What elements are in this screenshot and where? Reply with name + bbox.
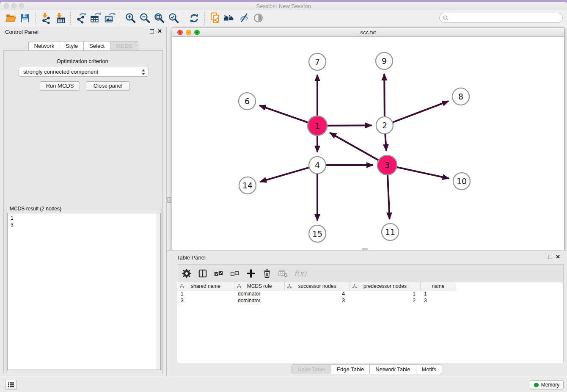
deselect-all-icon[interactable] (230, 268, 240, 279)
graph-edge-3-10[interactable] (397, 167, 449, 178)
table-row[interactable]: 1dominator411 (177, 290, 456, 297)
zoom-selected-icon[interactable] (166, 11, 181, 25)
export-network-icon[interactable] (74, 11, 88, 25)
select-all-icon[interactable] (214, 268, 224, 279)
run-mcds-button[interactable]: Run MCDS (40, 81, 80, 91)
zoom-out-icon[interactable] (138, 11, 152, 25)
add-row-icon[interactable] (246, 268, 256, 279)
network-graph[interactable]: 7968124314101511 (172, 37, 564, 250)
search-icon (443, 15, 449, 21)
table-cell[interactable]: 2 (350, 297, 421, 304)
column-header-name[interactable]: name (421, 282, 456, 290)
float-table-panel-icon[interactable] (548, 255, 552, 259)
tab-mcds[interactable]: MCDS (110, 41, 138, 51)
node-table[interactable]: shared nameMCDS rolesuccessor nodesprede… (177, 282, 564, 363)
table-cell[interactable]: 4 (285, 290, 350, 297)
table-cell[interactable]: dominator (234, 297, 285, 304)
graph-node-11[interactable]: 11 (382, 224, 399, 240)
table-cell[interactable]: 3 (177, 297, 234, 304)
control-panel: Control Panel ✕ NetworkStyleSelectMCDS O… (0, 26, 167, 377)
graph-node-10[interactable]: 10 (453, 173, 470, 190)
mcds-result-textarea[interactable]: 13 (7, 213, 161, 370)
float-panel-icon[interactable] (150, 29, 154, 33)
column-header-shared-name[interactable]: shared name (177, 282, 234, 290)
list-icon (8, 382, 14, 388)
task-history-button[interactable] (5, 380, 17, 390)
hierarchy-icon (237, 284, 242, 289)
graph-edge-2-9[interactable] (384, 74, 385, 116)
search-input[interactable] (451, 15, 562, 21)
network-window-titlebar[interactable]: ✕ − + scc.txt (172, 28, 564, 37)
graph-node-6[interactable]: 6 (239, 93, 256, 110)
export-image-icon[interactable] (102, 11, 117, 25)
graph-edge-3-1[interactable] (330, 133, 378, 160)
delete-table-icon (278, 268, 288, 279)
zoom-fit-icon[interactable] (152, 11, 166, 25)
tab-node-table[interactable]: Node Table (292, 364, 331, 374)
splitter-handle[interactable] (167, 197, 171, 203)
graph-node-14[interactable]: 14 (239, 177, 256, 194)
graph-node-3[interactable]: 3 (377, 155, 397, 175)
hide-selected-icon[interactable] (237, 11, 251, 25)
toolbar-separator (35, 12, 36, 25)
memory-button[interactable]: Memory (530, 380, 564, 389)
network-canvas[interactable]: 7968124314101511 (172, 37, 564, 250)
delete-row-icon[interactable] (262, 268, 272, 279)
export-table-icon[interactable] (88, 11, 102, 25)
tab-edge-table[interactable]: Edge Table (330, 364, 369, 374)
tab-motifs[interactable]: Motifs (416, 364, 442, 374)
svg-text:6: 6 (245, 97, 250, 106)
graph-node-9[interactable]: 9 (376, 52, 393, 69)
column-header-predecessor-nodes[interactable]: predecessor nodes (350, 282, 421, 290)
graph-edge-1-6[interactable] (259, 105, 308, 122)
mcds-result-title: MCDS result (2 nodes) (8, 206, 63, 212)
search-field[interactable] (439, 13, 563, 23)
graph-node-1[interactable]: 1 (308, 116, 327, 135)
svg-text:10: 10 (457, 177, 467, 186)
hierarchy-icon (287, 284, 292, 289)
table-cell[interactable]: 1 (421, 290, 456, 297)
graph-edge-2-8[interactable] (393, 101, 449, 122)
graph-edge-3-11[interactable] (388, 175, 390, 219)
save-session-icon[interactable] (18, 11, 32, 25)
tab-network[interactable]: Network (28, 41, 60, 51)
open-session-icon[interactable] (3, 11, 18, 25)
column-header-successor-nodes[interactable]: successor nodes (285, 282, 350, 290)
graph-node-7[interactable]: 7 (309, 53, 326, 70)
graph-edge-4-14[interactable] (260, 168, 309, 182)
tab-network-table[interactable]: Network Table (369, 364, 416, 374)
graph-node-4[interactable]: 4 (309, 157, 326, 174)
tab-select[interactable]: Select (83, 41, 110, 51)
close-table-panel-icon[interactable]: ✕ (556, 255, 560, 259)
show-column-icon[interactable] (198, 268, 208, 279)
table-cell[interactable]: 1 (177, 290, 234, 297)
canvas-scroll-handle[interactable] (362, 248, 368, 250)
refresh-view-icon[interactable] (187, 11, 201, 25)
clone-network-icon[interactable] (208, 11, 222, 25)
graph-node-2[interactable]: 2 (376, 117, 393, 134)
graph-node-15[interactable]: 15 (309, 225, 326, 242)
zoom-in-icon[interactable] (123, 11, 138, 25)
close-panel-button[interactable]: Close panel (86, 81, 130, 91)
import-table-icon[interactable] (53, 11, 67, 25)
table-cell[interactable]: 3 (285, 297, 350, 304)
table-panel: Table Panel ✕ (167, 250, 567, 377)
graph-edge-2-3[interactable] (385, 134, 386, 151)
result-scrollbar[interactable] (156, 213, 160, 370)
close-panel-icon[interactable]: ✕ (157, 29, 162, 33)
graph-node-8[interactable]: 8 (452, 88, 469, 105)
column-header-MCDS-role[interactable]: MCDS role (234, 282, 285, 290)
function-builder-icon: f(x) (294, 269, 306, 278)
table-cell[interactable]: 3 (421, 297, 456, 304)
table-options-icon[interactable] (182, 268, 192, 279)
table-cell[interactable]: dominator (234, 290, 285, 297)
table-row[interactable]: 3dominator323 (177, 297, 456, 304)
network-view-title: scc.txt (172, 29, 564, 36)
optimization-dropdown[interactable]: strongly connected component (19, 67, 149, 77)
tab-style[interactable]: Style (60, 41, 83, 51)
import-network-icon[interactable] (39, 11, 53, 25)
table-cell[interactable]: 1 (350, 290, 421, 297)
graph-edge-1-2[interactable] (328, 125, 372, 126)
first-neighbors-icon[interactable] (222, 11, 237, 25)
show-all-icon[interactable] (251, 11, 265, 25)
